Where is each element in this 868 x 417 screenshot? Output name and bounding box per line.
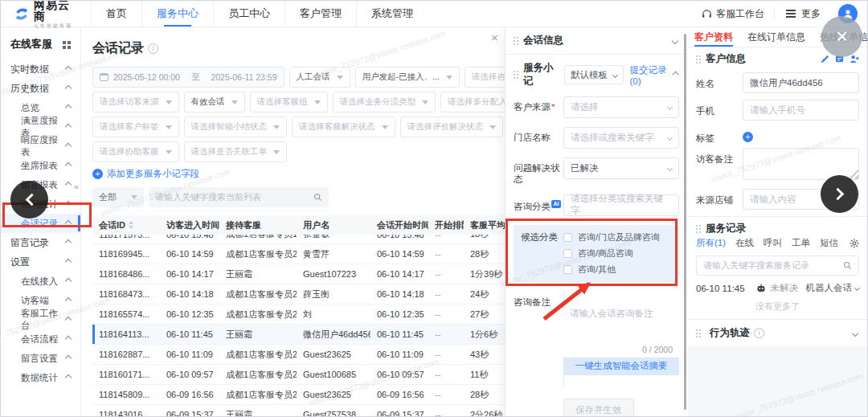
chevron-down-icon[interactable] bbox=[852, 329, 858, 336]
template-select[interactable]: 默认模板 bbox=[564, 65, 624, 84]
save-button[interactable]: 保存并生效 bbox=[563, 399, 634, 416]
nav-item[interactable]: 首页 bbox=[91, 1, 141, 27]
consult-category-input[interactable]: 请选择分类或搜索关键字 bbox=[563, 194, 679, 216]
candidate-option[interactable]: 咨询/商品咨询 bbox=[563, 247, 672, 260]
sidebar-item[interactable]: 数据统计 bbox=[1, 368, 80, 387]
consult-remark-textarea[interactable] bbox=[563, 303, 679, 345]
service-record-tab[interactable]: 所有(1) bbox=[696, 237, 726, 249]
column-header[interactable]: 接待客服 bbox=[219, 219, 297, 231]
keyword-search-input[interactable]: 请输入关键字搜索当前列表 bbox=[149, 187, 329, 207]
chevron-down-icon[interactable] bbox=[672, 37, 678, 43]
service-record-item[interactable]: 06-10 11:45 未解决 机器人会话 bbox=[696, 282, 859, 294]
add-more-fields-link[interactable]: 添加更多服务小记字段 bbox=[92, 168, 505, 180]
sidebar-item[interactable]: 坐席报表 bbox=[1, 156, 80, 175]
checkbox-icon[interactable] bbox=[563, 249, 572, 258]
table-row[interactable]: 118168486... 06-10 14:17 王丽霜 Guest107223… bbox=[92, 264, 505, 284]
store-name-select[interactable]: 请选择或搜索关键字 bbox=[563, 127, 679, 149]
filter-select[interactable]: 请选择咨询分类 bbox=[465, 67, 505, 88]
table-row[interactable]: 118145809... 06-09 16:56 成都1店客服专员2 Guest… bbox=[92, 385, 505, 405]
table-row[interactable]: 118168473... 06-10 14:18 成都1店客服专员2 薛玉衡 0… bbox=[92, 284, 505, 305]
panel-tab[interactable]: 客户资料 bbox=[694, 27, 733, 47]
filter-select[interactable]: 请选择协助客服 bbox=[92, 141, 179, 162]
add-tag-icon[interactable] bbox=[743, 132, 753, 142]
nav-item[interactable]: 客户管理 bbox=[285, 1, 356, 27]
column-header[interactable]: 用户名 bbox=[297, 219, 371, 231]
filter-select[interactable]: 请选择业务分流类型 bbox=[333, 92, 436, 112]
filter-select[interactable]: 请选择客服解决状态 bbox=[292, 117, 395, 137]
sidebar-item[interactable]: 响应度报表 bbox=[1, 137, 80, 156]
brand-logo[interactable]: 网易云商 七鱼智能客服 bbox=[1, 0, 91, 28]
table-row[interactable]: 118164113... 06-10 11:45 王丽霜 微信用户46dd456… bbox=[92, 325, 505, 345]
filter-select[interactable]: 请选择多分配入口 bbox=[440, 92, 505, 112]
overlay-close-button[interactable]: × bbox=[821, 16, 862, 57]
table-row[interactable]: 118143016... 06-09 15:37 王丽霜 Guest757538… bbox=[92, 405, 505, 416]
drag-handle-icon[interactable] bbox=[514, 71, 518, 79]
filter-select[interactable]: 请选择是否关联工单 bbox=[184, 141, 288, 162]
filter-select[interactable]: 请选择客户标签 bbox=[92, 117, 179, 137]
filter-select[interactable]: 请选择评价解决状态 bbox=[400, 117, 504, 137]
table-row[interactable]: 118169945... 06-10 14:59 成都1店客服专员2 黄雪芹 0… bbox=[92, 244, 505, 264]
date-range-filter[interactable]: 2025-05-12 00:00 至 2025-06-11 23:59 bbox=[92, 67, 285, 88]
filter-select[interactable]: 有效会话 bbox=[184, 92, 245, 112]
service-record-tab[interactable]: 在线 bbox=[735, 237, 754, 249]
drawer-close-icon[interactable]: × bbox=[491, 31, 498, 43]
customer-source-select[interactable]: 请选择 bbox=[563, 96, 679, 118]
column-header[interactable]: 会话ID bbox=[92, 219, 160, 231]
carousel-next-button[interactable] bbox=[821, 175, 858, 213]
add-contact-icon[interactable] bbox=[850, 55, 859, 63]
column-header[interactable]: 访客进入时间 bbox=[160, 219, 219, 231]
sidebar-item[interactable]: 设置 bbox=[1, 252, 80, 272]
edit-icon[interactable] bbox=[821, 55, 829, 63]
sidebar-item[interactable]: 会话流程 bbox=[1, 329, 80, 349]
workbench-button[interactable]: 客服工作台 bbox=[692, 7, 774, 21]
table-row[interactable]: 118171573... 06-10 15:48 成都1店客服专员1 张金敏 0… bbox=[92, 235, 505, 244]
filter-select[interactable]: 用户发起-已接入、... bbox=[355, 67, 460, 88]
ai-summary-button[interactable]: 一键生成智能会话摘要 bbox=[563, 358, 679, 375]
record-search-input[interactable]: 请输入关键字搜索服务记录 bbox=[696, 256, 859, 276]
table-row[interactable]: 118165574... 06-10 12:35 成都1店客服专员2 刘 06-… bbox=[92, 305, 505, 325]
nav-item[interactable]: 员工中心 bbox=[213, 1, 285, 27]
records-gear-icon[interactable] bbox=[850, 239, 859, 248]
filter-select[interactable]: 请选择访客来源 bbox=[92, 92, 179, 112]
column-header[interactable]: 会话开始时间 bbox=[371, 219, 428, 231]
panel-tab[interactable]: 在线订单信息 bbox=[747, 27, 805, 47]
table-row[interactable]: 118160171... 06-10 09:57 成都1店客服专员2 Guest… bbox=[92, 365, 505, 385]
checkbox-icon[interactable] bbox=[563, 265, 572, 274]
scope-select[interactable]: 全部 bbox=[92, 187, 144, 207]
sidebar-item[interactable]: 在线接入 bbox=[1, 272, 80, 291]
sidebar-item[interactable]: 历史数据 bbox=[1, 79, 80, 98]
service-record-tab[interactable]: 呼叫 bbox=[764, 237, 782, 249]
candidate-option[interactable]: 咨询/其他 bbox=[563, 264, 672, 276]
filter-select[interactable]: 请选择客服组 bbox=[250, 92, 328, 112]
filter-select[interactable]: 人工会话 bbox=[289, 67, 350, 88]
service-record-tab[interactable]: 短信 bbox=[820, 237, 838, 249]
checkbox-icon[interactable] bbox=[563, 233, 572, 242]
apps-grid-icon[interactable] bbox=[63, 41, 66, 44]
service-record-tab[interactable]: 工单 bbox=[792, 237, 810, 249]
nav-item[interactable]: 系统管理 bbox=[356, 1, 428, 27]
record-type-toggle[interactable]: 机器人会话 bbox=[806, 282, 860, 294]
column-header[interactable]: 开始排队时间 bbox=[428, 219, 464, 231]
drag-handle-icon[interactable] bbox=[514, 37, 518, 45]
name-input[interactable] bbox=[743, 72, 859, 93]
more-menu-button[interactable]: 更多 bbox=[774, 7, 830, 21]
drag-handle-icon[interactable] bbox=[696, 225, 701, 233]
sidebar-item[interactable]: 客服工作台 bbox=[1, 310, 80, 329]
sidebar-item[interactable]: 留言记录 bbox=[1, 233, 80, 252]
drag-handle-icon[interactable] bbox=[696, 329, 701, 337]
resolve-status-select[interactable]: 已解决 bbox=[563, 157, 679, 179]
drag-handle-icon[interactable] bbox=[696, 55, 701, 63]
filter-select[interactable]: 请选择智能小结状态 bbox=[184, 117, 288, 137]
sidebar-item[interactable]: 实时数据 bbox=[1, 59, 80, 79]
table-row[interactable]: 118162887... 06-10 11:09 成都1店客服专员2 Guest… bbox=[92, 345, 505, 365]
submit-records-link[interactable]: 提交记录(0) bbox=[630, 64, 674, 86]
sidebar-item[interactable]: 会话记录 bbox=[1, 214, 80, 233]
column-header[interactable]: 客服平均响 bbox=[464, 219, 505, 231]
info-icon[interactable] bbox=[148, 43, 158, 54]
sidebar-item[interactable]: 留言设置 bbox=[1, 349, 80, 368]
phone-input[interactable] bbox=[743, 100, 859, 121]
carousel-prev-button[interactable] bbox=[10, 181, 48, 219]
candidate-option[interactable]: 咨询/门店及品牌咨询 bbox=[563, 231, 672, 243]
nav-item[interactable]: 服务中心 bbox=[141, 1, 213, 27]
sidebar-collapse-icon[interactable]: « bbox=[74, 182, 79, 191]
